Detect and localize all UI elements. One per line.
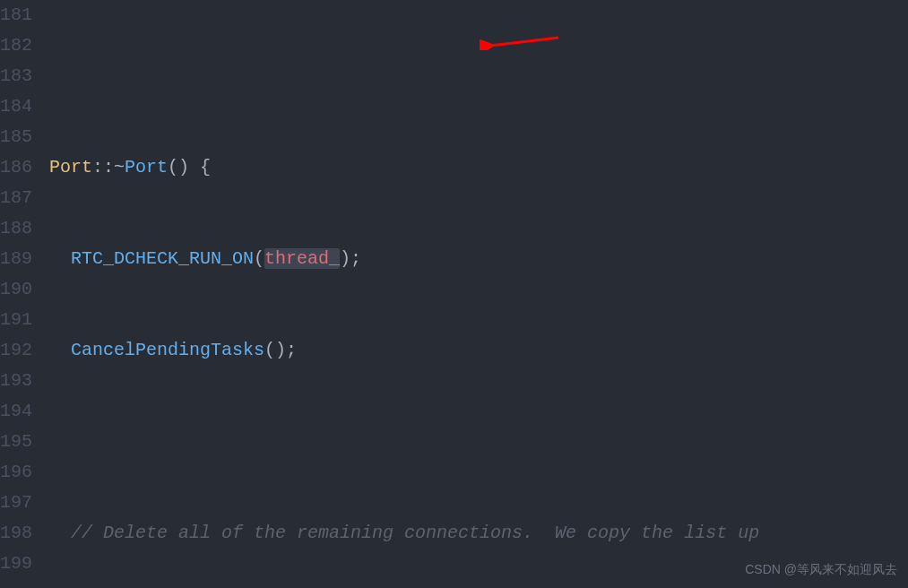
token-punct: ( [168,157,178,177]
line-number: 190 [0,274,31,305]
line-number: 196 [0,457,31,488]
line-number: 187 [0,183,31,213]
code-line[interactable] [49,427,908,457]
code-line[interactable]: // Delete all of the remaining connectio… [49,518,908,549]
token-punct: ) [178,157,189,177]
token-func: CancelPendingTasks [71,340,264,360]
token-punct: ; [350,248,361,269]
line-number: 194 [0,396,31,427]
line-number: 199 [0,549,31,579]
token-comment: // Delete all of the remaining connectio… [71,523,759,543]
code-line[interactable] [49,61,908,91]
line-number: 181 [0,0,31,30]
token-type: Port [49,157,92,177]
code-line[interactable]: Port::~Port() { [49,152,908,183]
code-editor[interactable]: 181 182 183 184 185 186 187 188 189 190 … [0,0,908,588]
line-number: 192 [0,335,31,366]
line-number: 184 [0,91,31,122]
line-number: 185 [0,122,31,152]
token-punct: ) [275,340,286,360]
line-number-gutter: 181 182 183 184 185 186 187 188 189 190 … [0,0,49,588]
code-area[interactable]: Port::~Port() { RTC_DCHECK_RUN_ON(thread… [49,0,908,588]
token-func: RTC_DCHECK_RUN_ON [71,248,254,269]
annotation-arrow-icon [480,36,560,50]
line-number: 197 [0,488,31,518]
token-member-highlighted: thread_ [264,248,340,269]
token-punct: ) [340,248,350,269]
line-number: 193 [0,366,31,396]
line-number: 189 [0,244,31,274]
line-number: 182 [0,30,31,61]
token-punct: :: [92,157,114,177]
token-punct: ( [254,248,264,269]
code-line[interactable]: CancelPendingTasks(); [49,335,908,366]
line-number: 186 [0,152,31,183]
line-number: 183 [0,61,31,91]
token-punct: { [200,157,211,177]
line-number: 191 [0,305,31,335]
token-func: Port [125,157,168,177]
line-number: 198 [0,518,31,549]
svg-line-1 [490,38,558,46]
line-number: 195 [0,427,31,457]
code-line[interactable]: RTC_DCHECK_RUN_ON(thread_); [49,244,908,274]
line-number: 188 [0,213,31,244]
token-punct: ; [286,340,297,360]
token-punct: ( [264,340,275,360]
token-punct: ~ [114,157,125,177]
watermark-text: CSDN @等风来不如迎风去 [745,559,897,581]
